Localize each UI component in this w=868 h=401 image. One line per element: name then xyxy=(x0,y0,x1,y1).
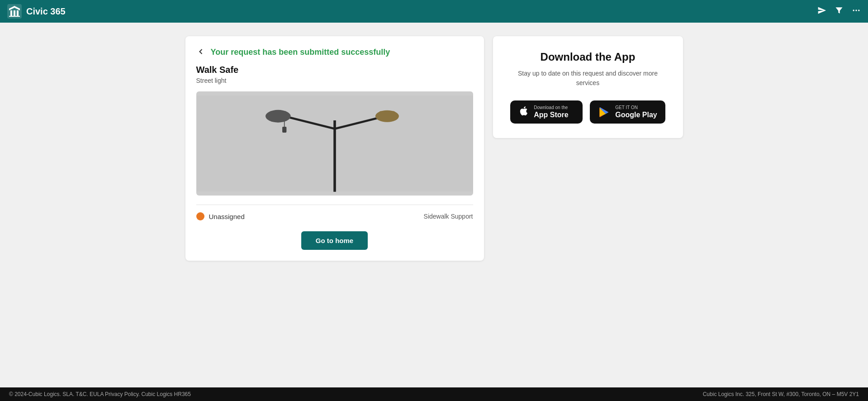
google-play-line1: GET IT ON xyxy=(615,105,657,110)
svg-point-6 xyxy=(855,10,857,11)
filter-icon[interactable] xyxy=(835,6,844,17)
request-success-card: Your request has been submitted successf… xyxy=(185,36,484,261)
card-header: Your request has been submitted successf… xyxy=(196,47,473,57)
app-store-line1: Download on the xyxy=(534,105,568,110)
department-label: Sidewalk Support xyxy=(424,213,473,220)
send-icon[interactable] xyxy=(817,6,826,17)
main-content: Your request has been submitted successf… xyxy=(0,23,868,387)
svg-rect-4 xyxy=(9,16,20,17)
app-store-line2: App Store xyxy=(534,110,568,119)
footer-copyright: © 2024-Cubic Logics. SLA. T&C. EULA Priv… xyxy=(9,391,191,397)
success-message: Your request has been submitted successf… xyxy=(211,48,390,57)
google-play-icon xyxy=(598,106,611,119)
app-header: Civic 365 xyxy=(0,0,868,23)
civic365-logo-icon xyxy=(7,4,22,19)
svg-rect-1 xyxy=(10,10,12,16)
app-store-text: Download on the App Store xyxy=(534,105,568,119)
app-store-button[interactable]: Download on the App Store xyxy=(510,100,583,124)
app-store-buttons: Download on the App Store GET IT ON Goog… xyxy=(506,100,670,124)
app-title: Civic 365 xyxy=(26,6,66,17)
back-button[interactable] xyxy=(196,47,205,57)
status-indicator xyxy=(196,212,204,220)
svg-rect-14 xyxy=(270,111,286,119)
go-home-button[interactable]: Go to home xyxy=(301,231,368,250)
app-download-description: Stay up to date on this request and disc… xyxy=(506,69,670,88)
svg-rect-3 xyxy=(17,10,19,16)
header-right xyxy=(817,6,861,17)
google-play-line2: Google Play xyxy=(615,110,657,119)
service-title: Walk Safe xyxy=(196,65,473,75)
status-left: Unassigned xyxy=(196,212,245,220)
download-app-card: Download the App Stay up to date on this… xyxy=(493,36,683,138)
svg-rect-18 xyxy=(282,127,286,133)
footer-address: Cubic Logics Inc. 325, Front St W, #300,… xyxy=(703,391,859,397)
service-image xyxy=(196,91,473,196)
google-play-text: GET IT ON Google Play xyxy=(615,105,657,119)
svg-rect-2 xyxy=(14,10,15,16)
svg-rect-16 xyxy=(379,111,395,119)
more-options-icon[interactable] xyxy=(852,6,861,17)
svg-point-7 xyxy=(858,10,859,11)
header-left: Civic 365 xyxy=(7,4,66,19)
google-play-button[interactable]: GET IT ON Google Play xyxy=(590,100,665,124)
app-footer: © 2024-Cubic Logics. SLA. T&C. EULA Priv… xyxy=(0,387,868,401)
svg-point-5 xyxy=(853,10,854,11)
status-row: Unassigned Sidewalk Support xyxy=(196,212,473,220)
service-subtitle: Street light xyxy=(196,77,473,84)
card-divider xyxy=(196,205,473,205)
app-download-title: Download the App xyxy=(506,51,670,63)
apple-icon xyxy=(518,105,529,119)
status-label: Unassigned xyxy=(209,213,245,220)
